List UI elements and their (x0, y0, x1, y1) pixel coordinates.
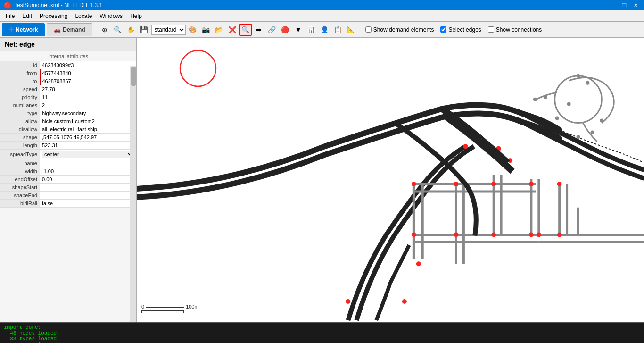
menu-edit[interactable]: Edit (18, 10, 36, 21)
table-row[interactable]: typehighway.secondary (0, 109, 136, 117)
tool-color[interactable]: 🎨 (187, 24, 199, 36)
tool-shape[interactable]: 📐 (345, 24, 357, 36)
svg-point-22 (412, 182, 416, 186)
tab-network[interactable]: ✚ Network (2, 23, 45, 36)
attr-value[interactable]: 2 (40, 101, 136, 109)
checkbox-show-demand[interactable]: Show demand elements (365, 26, 434, 33)
table-row[interactable]: from4577443840 (0, 69, 136, 77)
tool-vtype[interactable]: 👤 (319, 24, 331, 36)
attrs-scroll[interactable]: id462340099#3from4577443840to4628708867s… (0, 61, 136, 322)
table-row[interactable]: to4628708867 (0, 77, 136, 85)
attr-value[interactable]: 27.78 (40, 85, 136, 93)
tool-inspect[interactable]: 🔍 (239, 24, 252, 36)
tool-save[interactable]: 💾 (138, 24, 150, 36)
attr-value[interactable]: 11 (40, 93, 136, 101)
tool-select[interactable]: ⊕ (99, 24, 111, 36)
svg-point-26 (412, 233, 416, 237)
attr-value[interactable]: false (40, 200, 136, 208)
tool-tls[interactable]: 🔴 (279, 24, 291, 36)
attr-value[interactable]: ,547.05 1076.49,542.97 (40, 134, 136, 142)
main-content: Net: edge Internal attributes id46234009… (0, 38, 644, 322)
tool-zoom[interactable]: 🔍 (112, 24, 124, 36)
checkbox-show-connections-input[interactable] (488, 26, 494, 33)
attrs-table: id462340099#3from4577443840to4628708867s… (0, 61, 136, 208)
menu-processing[interactable]: Processing (36, 10, 71, 21)
tab-network-label: Network (16, 26, 38, 33)
left-panel: Net: edge Internal attributes id46234009… (0, 38, 137, 322)
attr-value[interactable]: -1.00 (40, 167, 136, 176)
checkbox-select-edges-input[interactable] (440, 26, 446, 33)
spreadtype-select[interactable]: center (42, 151, 134, 158)
tool-connect[interactable]: 🔗 (266, 24, 278, 36)
svg-point-38 (416, 261, 421, 266)
attr-value[interactable]: 523.31 (40, 142, 136, 150)
attr-value[interactable] (40, 192, 136, 200)
table-row[interactable]: numLanes2 (0, 101, 136, 109)
tool-arrow[interactable]: ➡ (253, 24, 265, 36)
svg-point-46 (577, 135, 580, 139)
tool-taz[interactable]: 📋 (332, 24, 344, 36)
table-row[interactable]: disallowail_electric rail_fast ship (0, 125, 136, 134)
log-line-1: 46 nodes loaded. (4, 330, 640, 336)
attr-value[interactable]: 4628708867 (40, 77, 136, 85)
table-row[interactable]: endOffset0.00 (0, 176, 136, 184)
menu-locate[interactable]: Locate (71, 10, 96, 21)
tool-edge[interactable]: ▼ (292, 24, 305, 36)
attr-key: name (0, 159, 40, 167)
attr-value[interactable]: highway.secondary (40, 109, 136, 117)
scheme-select[interactable]: standard (151, 25, 186, 35)
table-row[interactable]: bidiRailfalse (0, 200, 136, 208)
attr-value[interactable]: hicle custom1 custom2 (40, 117, 136, 125)
attr-key: bidiRail (0, 200, 40, 208)
table-row[interactable]: shapeEnd (0, 192, 136, 200)
attr-key: type (0, 109, 40, 117)
attr-value[interactable]: 0.00 (40, 176, 136, 184)
table-row[interactable]: spreadTypecenter (0, 150, 136, 159)
checkbox-select-edges[interactable]: Select edges (440, 26, 481, 33)
titlebar-left: 🔴 TestSumo.net.xml - NETEDIT 1.3.1 (4, 2, 102, 9)
minimize-button[interactable]: — (608, 1, 618, 9)
tab-demand-label: Demand (63, 26, 85, 33)
attr-key: to (0, 77, 40, 85)
attr-value[interactable] (40, 159, 136, 167)
svg-point-29 (529, 233, 534, 237)
scale-bar: 0 100m (141, 304, 199, 313)
attr-value[interactable] (40, 184, 136, 192)
tool-route[interactable]: 📊 (305, 24, 318, 36)
checkbox-show-connections[interactable]: Show connections (488, 26, 542, 33)
attr-value[interactable]: center (40, 150, 136, 159)
tool-screenshot[interactable]: 📷 (200, 24, 212, 36)
table-row[interactable]: shape,547.05 1076.49,542.97 (0, 134, 136, 142)
attr-key: priority (0, 93, 40, 101)
menu-windows[interactable]: Windows (96, 10, 126, 21)
svg-point-30 (537, 233, 541, 237)
svg-point-39 (533, 98, 537, 101)
tool-close[interactable]: ❌ (226, 24, 239, 36)
checkbox-show-demand-input[interactable] (365, 26, 372, 33)
table-row[interactable]: allowhicle custom1 custom2 (0, 117, 136, 125)
menu-help[interactable]: Help (126, 10, 146, 21)
table-row[interactable]: length523.31 (0, 142, 136, 150)
maximize-button[interactable]: ❐ (619, 1, 629, 9)
svg-point-32 (557, 233, 562, 237)
svg-point-24 (491, 182, 496, 186)
table-row[interactable]: id462340099#3 (0, 61, 136, 69)
table-row[interactable]: name (0, 159, 136, 167)
attr-value[interactable]: ail_electric rail_fast ship (40, 125, 136, 134)
attr-value[interactable]: 4577443840 (40, 69, 136, 77)
attr-value[interactable]: 462340099#3 (40, 61, 136, 69)
table-row[interactable]: speed27.78 (0, 85, 136, 93)
checkbox-show-connections-label: Show connections (496, 26, 542, 33)
menu-file[interactable]: File (2, 10, 18, 21)
table-row[interactable]: shapeStart (0, 184, 136, 192)
tool-open[interactable]: 📂 (213, 24, 225, 36)
tab-demand[interactable]: 🚗 Demand (47, 23, 92, 36)
panel-scrollbar[interactable] (130, 66, 136, 322)
table-row[interactable]: width-1.00 (0, 167, 136, 176)
attr-key: speed (0, 85, 40, 93)
titlebar: 🔴 TestSumo.net.xml - NETEDIT 1.3.1 — ❐ ✕ (0, 0, 644, 10)
canvas-area[interactable]: 0 100m (137, 38, 644, 322)
close-button[interactable]: ✕ (631, 1, 640, 9)
table-row[interactable]: priority11 (0, 93, 136, 101)
tool-pan[interactable]: ✋ (125, 24, 137, 36)
